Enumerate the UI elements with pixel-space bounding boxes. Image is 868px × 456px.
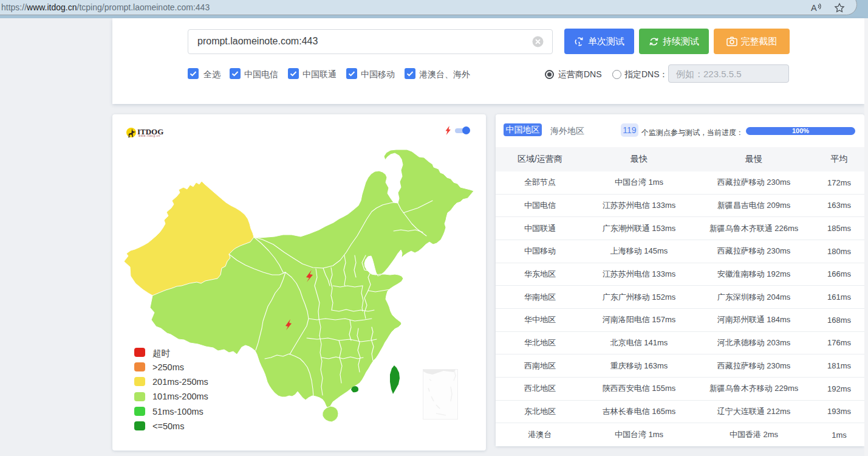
svg-text:A: A (811, 3, 817, 13)
